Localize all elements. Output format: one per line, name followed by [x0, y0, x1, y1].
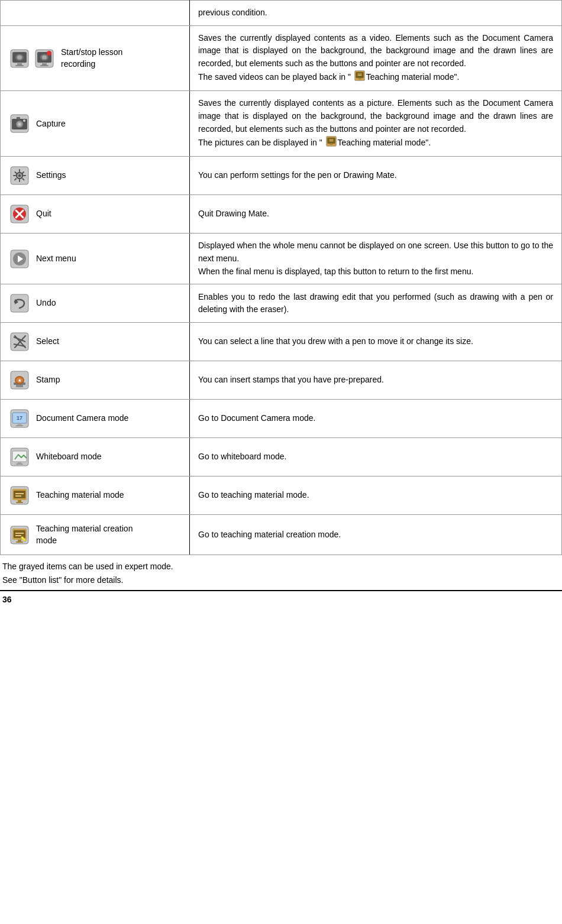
stamp-svg: ★: [10, 371, 29, 390]
svg-rect-69: [16, 463, 23, 465]
table-row-select: Select You can select a line that you dr…: [1, 323, 562, 361]
left-cell-capture: Capture: [1, 91, 190, 157]
svg-rect-73: [15, 493, 24, 494]
svg-rect-16: [357, 75, 361, 76]
page-number: 36: [0, 590, 562, 607]
record1-svg: [10, 49, 29, 68]
svg-rect-83: [16, 542, 23, 543]
teachmat-svg: [10, 486, 29, 505]
table-row-capture: Capture Saves the currently displayed co…: [1, 91, 562, 157]
table-row-settings: Settings You can perform settings for th…: [1, 157, 562, 195]
settings-label: Settings: [36, 170, 66, 181]
doccam-label: Document Camera mode: [36, 413, 128, 424]
select-text: You can select a line that you drew with…: [198, 336, 473, 346]
item-container-doccam: 17 Document Camera mode: [9, 406, 181, 432]
left-cell-quit: Quit: [1, 195, 190, 234]
table-row-quit: Quit Quit Drawing Mate.: [1, 195, 562, 234]
next-svg: [10, 249, 29, 268]
item-container-quit: Quit: [9, 201, 181, 227]
svg-rect-56: [16, 385, 23, 387]
settings-icon: [9, 165, 30, 186]
left-cell-doccam: 17 Document Camera mode: [1, 400, 190, 438]
footer-text: The grayed items can be used in expert m…: [0, 555, 562, 589]
item-container-settings: Settings: [9, 163, 181, 189]
left-cell-prev: [1, 1, 190, 26]
item-container-record: Start/stop lessonrecording: [9, 44, 181, 72]
icons-record: [9, 48, 55, 69]
page: previous condition.: [0, 0, 562, 607]
item-container-teachmat: Teaching material mode: [9, 482, 181, 508]
svg-rect-24: [17, 117, 20, 119]
svg-rect-28: [329, 140, 333, 141]
left-cell-settings: Settings: [1, 157, 190, 195]
select-svg: [10, 332, 29, 351]
right-cell-teachmat: Go to teaching material mode.: [190, 476, 562, 515]
prev-text: previous condition.: [198, 8, 267, 17]
table-row-whiteboard: Whiteboard mode Go to whiteboard mode.: [1, 438, 562, 476]
table-row-stamp: ★ Stamp You can insert stamps that you h…: [1, 361, 562, 400]
item-container-teachcreate: Teaching material creationmode: [9, 521, 181, 549]
undo-text: Enables you to redo the last drawing edi…: [198, 292, 553, 315]
doccam-icon: 17: [9, 408, 30, 429]
svg-rect-30: [330, 144, 332, 145]
teachcreate-svg: [10, 526, 29, 544]
select-icon: [9, 331, 30, 352]
right-cell-record: Saves the currently displayed contents a…: [190, 25, 562, 91]
svg-rect-5: [17, 63, 22, 65]
svg-rect-6: [15, 65, 24, 66]
teaching-material-icon-inline2: [326, 136, 337, 151]
svg-rect-65: [16, 425, 23, 426]
footer-line1: The grayed items can be used in expert m…: [2, 560, 560, 573]
svg-point-10: [42, 55, 47, 59]
stamp-text: You can insert stamps that you have pre-…: [198, 375, 384, 384]
right-cell-doccam: Go to Document Camera mode.: [190, 400, 562, 438]
svg-point-23: [18, 123, 21, 125]
teachmat-text: Go to teaching material mode.: [198, 490, 309, 500]
right-cell-prev: previous condition.: [190, 1, 562, 26]
right-cell-stamp: You can insert stamps that you have pre-…: [190, 361, 562, 400]
undo-icon: [9, 293, 30, 314]
svg-rect-81: [15, 535, 21, 536]
table-row: previous condition.: [1, 1, 562, 26]
record2-svg: [35, 49, 54, 68]
teachmat-label: Teaching material mode: [36, 489, 124, 501]
camera-icon: [9, 113, 30, 134]
right-cell-teachcreate: Go to teaching material creation mode.: [190, 515, 562, 555]
svg-rect-36: [13, 175, 16, 176]
doccam-svg: 17: [10, 409, 29, 428]
left-cell-next: Next menu: [1, 234, 190, 284]
table-row-doccam: 17 Document Camera mode Go to Document C…: [1, 400, 562, 438]
item-container-capture: Capture: [9, 111, 181, 137]
right-cell-settings: You can perform settings for the pen or …: [190, 157, 562, 195]
right-cell-select: You can select a line that you drew with…: [190, 323, 562, 361]
svg-rect-49: [11, 294, 28, 312]
left-cell-select: Select: [1, 323, 190, 361]
page-number-text: 36: [2, 595, 12, 604]
table-row-undo: Undo Enables you to redo the last drawin…: [1, 284, 562, 323]
svg-rect-12: [40, 65, 49, 66]
teachmat-icon: [9, 485, 30, 506]
svg-rect-72: [14, 491, 25, 498]
undo-svg: [10, 294, 29, 313]
quit-svg: [10, 205, 29, 223]
svg-rect-80: [15, 533, 24, 534]
svg-point-4: [17, 55, 22, 59]
next-label: Next menu: [36, 253, 76, 265]
svg-text:17: 17: [17, 415, 22, 421]
item-container-select: Select: [9, 329, 181, 355]
stamp-icon: ★: [9, 369, 30, 391]
teachcreate-label: Teaching material creationmode: [36, 523, 133, 546]
undo-label: Undo: [36, 297, 56, 309]
svg-rect-34: [19, 169, 20, 172]
settings-text: You can perform settings for the pen or …: [198, 170, 397, 180]
doccam-text: Go to Document Camera mode.: [198, 413, 315, 423]
svg-point-33: [18, 174, 21, 177]
left-cell-teachmat: Teaching material mode: [1, 476, 190, 515]
capture-label: Capture: [36, 118, 66, 130]
whiteboard-label: Whiteboard mode: [36, 451, 102, 463]
table-row-teachcreate: Teaching material creationmode Go to tea…: [1, 515, 562, 555]
whiteboard-svg: [10, 448, 29, 466]
right-cell-quit: Quit Drawing Mate.: [190, 195, 562, 234]
svg-rect-74: [15, 495, 21, 497]
left-cell-record: Start/stop lessonrecording: [1, 25, 190, 91]
